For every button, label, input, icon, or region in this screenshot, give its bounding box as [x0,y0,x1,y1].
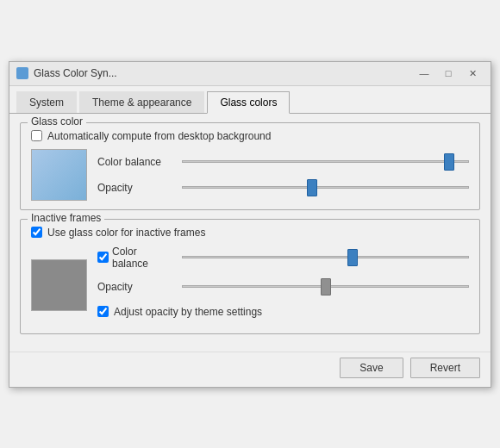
save-button[interactable]: Save [340,358,403,378]
close-button[interactable]: ✕ [461,65,484,82]
auto-compute-checkbox[interactable] [31,130,42,141]
titlebar-controls: — □ ✕ [413,65,484,82]
auto-compute-label[interactable]: Automatically compute from desktop backg… [47,130,271,142]
adjust-opacity-row: Adjust opacity by theme settings [97,306,469,318]
content-area: Glass color Automatically compute from d… [9,114,491,352]
use-glass-label[interactable]: Use glass color for inactive frames [47,227,205,239]
tab-system[interactable]: System [16,91,77,113]
inactive-opacity-row: Opacity [97,278,469,296]
adjust-opacity-checkbox[interactable] [97,306,109,317]
inactive-color-balance-container [182,249,469,266]
tab-theme[interactable]: Theme & appearance [79,91,204,113]
glass-color-balance-label: Color balance [97,156,175,168]
glass-color-balance-container [182,153,469,171]
auto-compute-row: Automatically compute from desktop backg… [31,130,469,142]
maximize-button[interactable]: □ [437,65,459,82]
glass-opacity-slider[interactable] [182,186,469,189]
glass-color-group: Glass color Automatically compute from d… [20,122,480,210]
titlebar-left: Glass Color Syn... [16,67,117,79]
glass-color-section: Color balance Opacity [31,149,469,201]
inactive-frames-title: Inactive frames [28,212,104,224]
window-title: Glass Color Syn... [34,67,117,79]
inactive-opacity-label: Opacity [97,281,175,293]
glass-color-preview [31,149,87,201]
adjust-opacity-label[interactable]: Adjust opacity by theme settings [114,306,262,318]
inactive-color-section: Color balance Opacity [31,246,469,325]
inactive-color-preview [31,259,87,311]
glass-opacity-label: Opacity [97,182,175,194]
footer: Save Revert [9,352,491,387]
app-icon [16,67,28,79]
inactive-sliders: Color balance Opacity [97,246,469,325]
glass-opacity-row: Opacity [97,179,469,196]
titlebar: Glass Color Syn... — □ ✕ [9,62,491,86]
tab-glass[interactable]: Glass colors [207,91,290,114]
inactive-color-balance-row: Color balance [97,246,469,270]
glass-opacity-container [182,179,469,196]
inactive-opacity-container [182,278,469,296]
use-glass-checkbox[interactable] [31,227,42,238]
glass-sliders: Color balance Opacity [97,153,469,196]
inactive-color-balance-slider[interactable] [182,256,469,258]
tab-bar: System Theme & appearance Glass colors [9,86,491,114]
glass-color-balance-row: Color balance [97,153,469,171]
revert-button[interactable]: Revert [410,358,480,378]
minimize-button[interactable]: — [413,65,435,82]
main-window: Glass Color Syn... — □ ✕ System Theme & … [9,61,491,388]
glass-color-title: Glass color [28,115,86,128]
inactive-frames-group: Inactive frames Use glass color for inac… [20,219,480,334]
inactive-opacity-slider[interactable] [182,285,469,288]
inactive-color-balance-label: Color balance [97,246,175,270]
use-glass-row: Use glass color for inactive frames [31,227,469,239]
glass-color-balance-slider[interactable] [182,160,469,163]
inactive-color-balance-checkbox[interactable] [97,252,109,263]
